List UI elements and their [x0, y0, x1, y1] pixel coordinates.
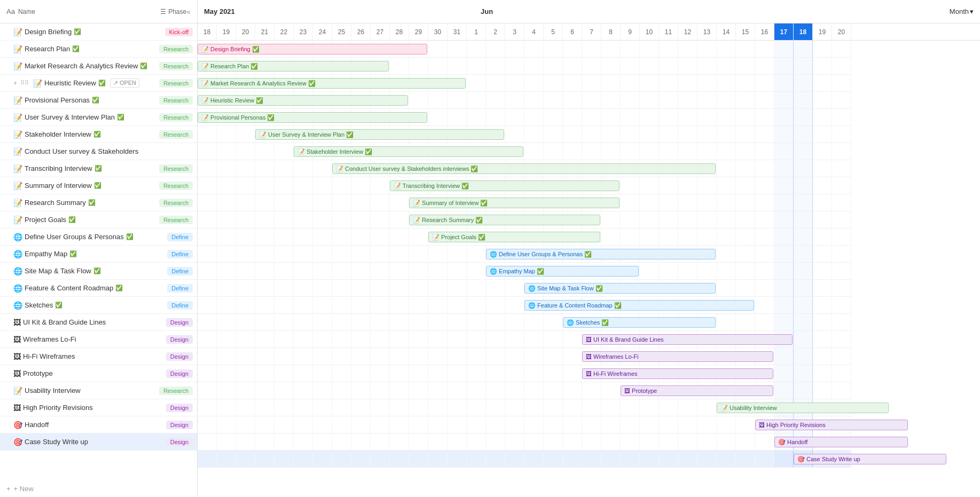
- gantt-bar[interactable]: 📝 Transcribing Interview ✅: [390, 180, 620, 191]
- gantt-bar-label: 🖼 UI Kit & Brand Guide Lines: [586, 336, 664, 343]
- view-mode-button[interactable]: Month ▾: [950, 7, 974, 15]
- gantt-bar-label: 🌐 Feature & Content Roadmap ✅: [528, 302, 622, 309]
- add-row-icon[interactable]: +: [13, 80, 17, 87]
- gantt-bar[interactable]: 📝 Provisional Personas ✅: [198, 112, 427, 123]
- task-row[interactable]: ⠿🖼UI Kit & Brand Guide Lines Design: [0, 314, 197, 331]
- gantt-grid-col: [351, 382, 371, 399]
- gantt-bar[interactable]: 📝 Usability Interview: [717, 403, 889, 413]
- add-new-button[interactable]: + + New: [0, 480, 197, 497]
- gantt-grid-col: [832, 297, 851, 313]
- gantt-grid-col: [198, 433, 217, 450]
- gantt-grid-col: [486, 280, 505, 296]
- task-row[interactable]: ⠿📝Market Research & Analytics Review✅ Re…: [0, 58, 197, 75]
- gantt-grid-col: [255, 416, 275, 433]
- task-row[interactable]: ⠿🖼Prototype Design: [0, 365, 197, 382]
- gantt-bar[interactable]: 🌐 Empathy Map ✅: [486, 266, 639, 277]
- gantt-row: 📝 User Survey & Interview Plan ✅: [198, 126, 851, 143]
- task-icon: 📝: [13, 386, 22, 395]
- task-row[interactable]: ⠿🖼Hi-Fi Wireframes Design: [0, 348, 197, 365]
- phase-badge: Research: [159, 113, 193, 122]
- task-row[interactable]: ⠿🖼High Priority Revisions Design: [0, 399, 197, 416]
- gantt-grid-col: [217, 365, 236, 382]
- phase-badge: Research: [159, 199, 193, 207]
- task-name-text: Transcribing Interview: [25, 164, 92, 172]
- task-row[interactable]: ⠿+⠿⠿📝Heuristic Review✅↗ OPEN Research: [0, 75, 197, 92]
- task-row[interactable]: ⠿🖼Wireframes Lo-Fi Design: [0, 331, 197, 348]
- gantt-grid-col: [524, 382, 544, 399]
- task-row[interactable]: ⠿📝Provisional Personas✅ Research: [0, 92, 197, 109]
- gantt-grid-col: [505, 433, 524, 450]
- open-button[interactable]: ↗ OPEN: [110, 78, 139, 88]
- collapse-button[interactable]: «: [186, 7, 191, 16]
- task-row[interactable]: ⠿📝Transcribing Interview✅ Research: [0, 160, 197, 177]
- gantt-grid-col: [601, 228, 621, 245]
- gantt-grid-col: [601, 75, 621, 91]
- task-name: ⠿🖼Hi-Fi Wireframes: [4, 352, 166, 361]
- gantt-grid-col: [467, 433, 486, 450]
- gantt-grid-col: [428, 314, 448, 330]
- task-row[interactable]: ⠿📝Usability Interview Research: [0, 382, 197, 399]
- date-cell: 19: [217, 23, 236, 41]
- task-row[interactable]: ⠿🌐Empathy Map✅ Define: [0, 246, 197, 263]
- task-row[interactable]: ⠿📝Research Plan✅ Research: [0, 41, 197, 58]
- gantt-bar[interactable]: 🖼 Prototype: [621, 385, 773, 396]
- task-row[interactable]: ⠿🎯Handoff Design: [0, 416, 197, 433]
- task-row[interactable]: ⠿📝Design Briefing✅ Kick-off: [0, 23, 197, 41]
- gantt-grid-col: [678, 194, 697, 211]
- gantt-row: 📝 Transcribing Interview ✅: [198, 177, 851, 194]
- phase-badge: Design: [166, 404, 193, 412]
- gantt-grid-col: [774, 297, 794, 313]
- gantt-bar[interactable]: 🎯 Handoff: [774, 437, 908, 447]
- gantt-bar[interactable]: 📝 Design Briefing ✅: [198, 44, 427, 54]
- gantt-grid-col: [275, 246, 294, 262]
- gantt-bar[interactable]: 📝 Project Goals ✅: [428, 232, 600, 242]
- gantt-grid-col: [236, 211, 255, 228]
- gantt-grid-col: [294, 246, 313, 262]
- task-row[interactable]: ⠿📝Conduct User survey & Stakeholders: [0, 143, 197, 160]
- gantt-bar[interactable]: 📝 Research Plan ✅: [198, 61, 389, 72]
- gantt-bar-label: 📝 Transcribing Interview ✅: [394, 183, 469, 190]
- task-row[interactable]: ⠿📝Research Summary✅ Research: [0, 194, 197, 211]
- task-row[interactable]: ⠿📝User Survey & Interview Plan✅ Research: [0, 109, 197, 126]
- gantt-bar[interactable]: 🎯 Case Study Write up: [794, 454, 946, 464]
- gantt-bar[interactable]: 📝 Conduct User survey & Stakeholders int…: [332, 163, 716, 174]
- gantt-bar[interactable]: 📝 Heuristic Review ✅: [198, 95, 408, 106]
- gantt-grid-col: [486, 109, 505, 125]
- gantt-bar[interactable]: 🌐 Sketches ✅: [563, 317, 716, 328]
- gantt-grid-col: [255, 314, 275, 330]
- task-name-text: Usability Interview: [25, 386, 81, 395]
- task-row[interactable]: ⠿🌐Feature & Content Roadmap✅ Define: [0, 280, 197, 297]
- gantt-bar[interactable]: 🖼 Hi-Fi Wireframes: [582, 368, 773, 379]
- gantt-bar[interactable]: 🌐 Define User Groups & Personas ✅: [486, 249, 716, 259]
- gantt-grid-col: [409, 382, 428, 399]
- gantt-bar[interactable]: 🌐 Site Map & Task Flow ✅: [524, 283, 716, 294]
- gantt-row: 📝 Research Plan ✅: [198, 58, 851, 75]
- gantt-bar[interactable]: 🖼 Wireframes Lo-Fi: [582, 351, 773, 362]
- task-row[interactable]: ⠿🌐Site Map & Task Flow✅ Define: [0, 263, 197, 280]
- gantt-bar[interactable]: 📝 Market Research & Analytics Review ✅: [198, 78, 466, 89]
- gantt-bar[interactable]: 📝 Research Summary ✅: [409, 215, 600, 225]
- gantt-grid-col: [697, 143, 717, 160]
- task-row[interactable]: ⠿📝Stakeholder Interview✅ Research: [0, 126, 197, 143]
- gantt-grid-col: [275, 314, 294, 330]
- gantt-grid-col: [371, 211, 390, 228]
- gantt-grid-col: [544, 382, 563, 399]
- gantt-bar[interactable]: 📝 Summary of Interview ✅: [409, 198, 620, 208]
- gantt-grid-col: [659, 143, 678, 160]
- task-icon: 🖼: [13, 404, 21, 412]
- gantt-grid-col: [390, 365, 409, 382]
- gantt-grid-col: [351, 194, 371, 211]
- gantt-bar[interactable]: 📝 Stakeholder Interview ✅: [294, 146, 523, 157]
- task-row[interactable]: ⠿🌐Sketches✅ Define: [0, 297, 197, 314]
- gantt-bar[interactable]: 🖼 UI Kit & Brand Guide Lines: [582, 334, 793, 345]
- task-row[interactable]: ⠿🎯Case Study Write up Design: [0, 433, 197, 451]
- gantt-grid-col: [813, 41, 832, 57]
- gantt-bar[interactable]: 📝 User Survey & Interview Plan ✅: [255, 129, 504, 140]
- task-row[interactable]: ⠿📝Summary of Interview✅ Research: [0, 177, 197, 194]
- task-row[interactable]: ⠿🌐Define User Groups & Personas✅ Define: [0, 228, 197, 246]
- gantt-bar-label: 📝 Summary of Interview ✅: [413, 200, 488, 207]
- task-icon: 📝: [13, 199, 22, 207]
- gantt-bar[interactable]: 🖼 High Priority Revisions: [755, 420, 908, 430]
- task-row[interactable]: ⠿📝Project Goals✅ Research: [0, 211, 197, 228]
- gantt-bar[interactable]: 🌐 Feature & Content Roadmap ✅: [524, 300, 754, 311]
